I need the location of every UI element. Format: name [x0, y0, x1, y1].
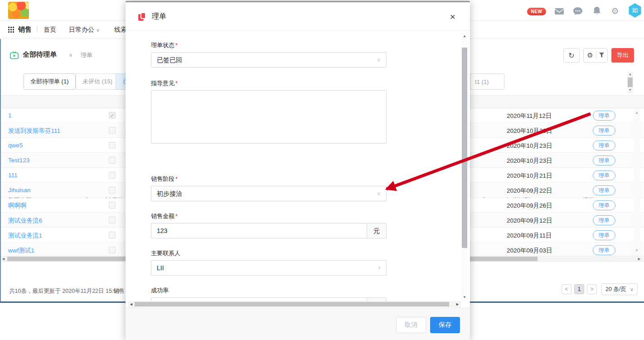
scroll-left-icon[interactable]: ◄ [1, 257, 5, 261]
checkbox[interactable] [109, 232, 116, 238]
tab-all-pending[interactable]: 全部待理单 (1) [24, 73, 76, 90]
opportunity-link[interactable]: 测试业务流1 [8, 232, 42, 240]
settings-gear-icon[interactable]: ⚙ [610, 6, 620, 16]
checkbox[interactable] [109, 187, 116, 194]
chat-icon[interactable] [572, 6, 583, 16]
contact-lookup[interactable]: LII › [151, 260, 387, 276]
field-label-success-rate: 成功率 [151, 287, 461, 294]
field-label-amount: 销售金额* [151, 212, 461, 219]
filter-icon[interactable] [599, 52, 604, 59]
field-label-stage: 销售阶段* [151, 175, 461, 182]
modal-horizontal-scrollbar[interactable]: ◄ ► [128, 301, 461, 307]
success-rate-input[interactable] [151, 297, 367, 301]
window-left-border [0, 11, 1, 302]
chevron-down-icon: ∨ [377, 53, 381, 67]
process-order-button[interactable]: 理单 [593, 215, 615, 225]
settings-filter-button-group[interactable]: ⚙ [583, 48, 608, 63]
process-order-button[interactable]: 理单 [593, 200, 615, 210]
table-vertical-scrollbar[interactable]: ▲ ▼ [634, 109, 640, 255]
opportunity-link[interactable]: 啊啊啊 [8, 202, 27, 210]
process-order-button[interactable]: 理单 [593, 170, 615, 180]
current-page[interactable]: 1 [574, 284, 584, 294]
process-order-button[interactable]: 理单 [593, 245, 615, 255]
opportunity-link[interactable]: Jihuisan [8, 187, 31, 194]
scrollbar-thumb[interactable] [135, 302, 449, 306]
stage-select[interactable]: 初步接洽 ∨ [151, 186, 387, 201]
process-order-button[interactable]: 理单 [593, 126, 615, 136]
checkbox[interactable] [109, 247, 116, 253]
close-date: 2020年10月21日 [507, 172, 552, 180]
checkbox[interactable] [109, 142, 116, 149]
apps-grid-icon[interactable] [8, 27, 14, 34]
process-order-button[interactable]: 理单 [593, 185, 615, 195]
scroll-down-icon[interactable]: ▼ [627, 87, 633, 93]
opportunity-link[interactable]: 发送到发斯蒂芬111 [8, 127, 60, 135]
modal-title: 理单 [152, 12, 166, 21]
modal-footer: 取消 保存 [126, 308, 470, 340]
checkbox[interactable] [109, 157, 116, 164]
scroll-right-icon[interactable]: ► [637, 257, 641, 261]
avatar[interactable]: 如 [628, 3, 642, 18]
close-date: 2020年10月26日 [507, 127, 552, 135]
amount-input[interactable] [151, 223, 367, 238]
scroll-left-icon[interactable]: ◄ [129, 302, 133, 306]
process-order-button[interactable]: 理单 [593, 111, 615, 121]
scroll-down-icon[interactable]: ▼ [461, 295, 468, 299]
close-date: 2020年11月12日 [507, 112, 552, 120]
nav-divider: | [36, 25, 38, 33]
opportunity-link[interactable]: 测试业务流6 [8, 217, 42, 225]
modal-vertical-scrollbar[interactable]: ▲ ▼ [461, 32, 468, 301]
tabs-scrollbar[interactable]: ▲ ▼ [627, 72, 633, 93]
chevron-down-icon[interactable]: ∨ [69, 52, 73, 58]
mail-icon[interactable] [554, 6, 565, 16]
opportunity-link[interactable]: wwf测试1 [8, 247, 34, 255]
close-date: 2020年09月12日 [507, 217, 552, 225]
checkbox-checked[interactable]: ✓ [109, 112, 116, 119]
module-name[interactable]: 销售 [18, 25, 32, 34]
scroll-right-icon[interactable]: ► [455, 302, 460, 306]
opportunity-link[interactable]: qwe5 [8, 142, 23, 149]
status-select[interactable]: 已签已回 ∨ [151, 52, 387, 68]
chevron-down-icon: ∨ [630, 287, 634, 292]
close-date: 2020年09月11日 [507, 232, 552, 240]
view-name[interactable]: 全部待理单 [23, 50, 57, 59]
tab-not-evaluated[interactable]: 未评估 (15) [76, 73, 119, 90]
refresh-button[interactable]: ↻ [563, 48, 580, 63]
tab-fragment-right[interactable]: t1 (1) [470, 73, 504, 90]
nav-item-daily-work[interactable]: 日常办公 ∨ [69, 26, 100, 34]
cancel-button[interactable]: 取消 [396, 317, 426, 333]
guidance-textarea[interactable] [151, 90, 387, 144]
opportunity-link[interactable]: 111 [8, 172, 18, 179]
checkbox[interactable] [109, 172, 116, 179]
scrollbar-thumb[interactable] [462, 48, 467, 248]
process-order-button[interactable]: 理单 [593, 141, 615, 151]
prev-page-button[interactable]: < [562, 284, 571, 294]
gear-icon[interactable]: ⚙ [587, 51, 593, 59]
process-order-button[interactable]: 理单 [593, 230, 615, 240]
bell-icon[interactable] [591, 6, 602, 16]
scrollbar-thumb[interactable] [628, 78, 633, 87]
close-date: 2020年10月23日 [507, 142, 552, 150]
process-order-button[interactable]: 理单 [593, 155, 615, 165]
opportunity-link[interactable]: 1 [8, 112, 12, 119]
scroll-up-icon[interactable]: ▲ [627, 72, 633, 77]
opportunity-link[interactable]: Test123 [8, 157, 29, 164]
page-size-select[interactable]: 20 条/页 ∨ [601, 283, 638, 295]
scroll-down-icon[interactable]: ▼ [634, 248, 640, 253]
scroll-up-icon[interactable]: ▲ [461, 34, 468, 38]
summary-partial-text: 销售 [113, 287, 125, 295]
new-badge: NEW [527, 8, 546, 15]
close-icon[interactable]: × [446, 10, 459, 23]
close-date: 2020年10月23日 [507, 157, 552, 165]
app-logo[interactable] [8, 2, 29, 19]
export-button[interactable]: 导出 [611, 48, 634, 63]
button-divider [596, 51, 596, 59]
scroll-up-icon[interactable]: ▲ [634, 111, 640, 115]
checkbox[interactable] [109, 202, 116, 209]
next-page-button[interactable]: > [587, 284, 597, 294]
checkbox[interactable] [109, 127, 116, 134]
save-button[interactable]: 保存 [430, 317, 460, 333]
nav-item-leads[interactable]: 线索 [114, 26, 127, 34]
checkbox[interactable] [109, 217, 116, 223]
nav-item-home[interactable]: 首页 [44, 26, 56, 34]
